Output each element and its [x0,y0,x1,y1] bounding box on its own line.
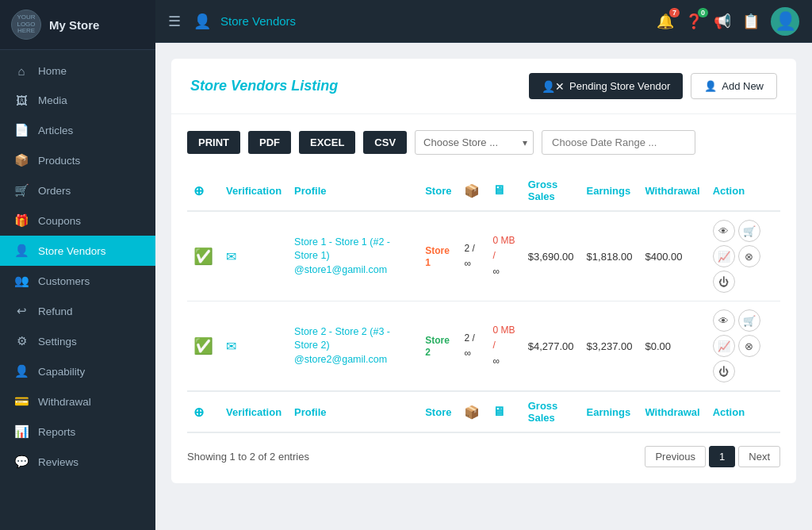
reports-icon: 📊 [14,424,29,439]
verified-icon: ✅ [193,248,213,265]
sidebar-item-articles-label: Articles [38,125,73,136]
sidebar-item-refund[interactable]: ↩ Refund [0,296,155,326]
sidebar-item-products[interactable]: 📦 Products [0,145,155,175]
list-button[interactable]: 📋 [742,13,760,30]
sidebar-item-store-vendors-label: Store Vendors [38,245,106,257]
megaphone-button[interactable]: 📢 [714,13,731,30]
row1-withdrawal: $400.00 [638,211,706,301]
menu-icon[interactable]: ☰ [168,13,181,30]
main-content: Store Vendors Listing 👤✕ Pending Store V… [155,43,812,530]
row1-gross-sales: $3,690.00 [522,211,580,301]
row1-products: 2 /∞ [458,211,486,301]
user-avatar[interactable]: 👤 [771,7,799,36]
sidebar-item-coupons[interactable]: 🎁 Coupons [0,205,155,236]
row2-earnings: $3,237.00 [580,301,639,392]
sidebar-item-settings[interactable]: ⚙ Settings [0,326,155,356]
notification-badge: 7 [669,8,680,17]
col-profile: Profile [288,171,419,211]
choose-store-select[interactable]: Choose Store ... [415,130,534,155]
store-name: My Store [49,18,99,32]
excel-button[interactable]: EXCEL [299,131,355,154]
footer-col-withdrawal: Withdrawal [638,391,706,432]
row2-power-button[interactable]: ⏻ [713,360,735,382]
select-all-icon[interactable]: ⊕ [193,184,204,198]
row2-storage: 0 MB /∞ [486,301,521,392]
col-products-icon: 📦 [458,171,486,211]
email-icon: ✉ [226,340,236,353]
row2-chart-button[interactable]: 📈 [713,335,735,357]
footer-col-select: ⊕ [187,391,220,432]
help-button[interactable]: ❓ 0 [685,13,703,30]
table-card: PRINT PDF EXCEL CSV Choose Store ... ⊕ [171,114,796,483]
print-button[interactable]: PRINT [187,131,240,154]
settings-icon: ⚙ [14,334,29,348]
showing-text: Showing 1 to 2 of 2 entries [187,451,309,463]
col-storage-icon: 🖥 [486,171,521,211]
row1-power-button[interactable]: ⏻ [713,271,735,293]
capability-icon: 👤 [14,364,29,378]
row1-view-button[interactable]: 👁 [713,220,735,242]
add-new-button[interactable]: 👤 Add New [691,73,777,99]
home-icon: ⌂ [14,64,29,78]
footer-col-verification: Verification [220,391,288,432]
customers-icon: 👥 [14,274,29,288]
sidebar-item-reviews[interactable]: 💬 Reviews [0,447,155,477]
sidebar-item-media[interactable]: 🖼 Media [0,86,155,115]
csv-button[interactable]: CSV [363,131,407,154]
row1-check: ✅ [187,211,220,301]
email-icon: ✉ [226,250,236,263]
sidebar-item-withdrawal[interactable]: 💳 Withdrawal [0,386,155,417]
verified-icon: ✅ [193,337,213,355]
row2-block-button[interactable]: ⊗ [738,335,760,357]
list-icon: 📋 [742,13,760,29]
sidebar-item-orders[interactable]: 🛒 Orders [0,175,155,205]
row2-gross-sales: $4,277.00 [522,301,580,392]
footer-col-gross-sales: GrossSales [522,391,580,432]
date-range-input[interactable] [542,130,695,155]
sidebar-item-orders-label: Orders [38,185,71,197]
sidebar-item-store-vendors[interactable]: 👤 Store Vendors [0,236,155,266]
row2-verification: ✉ [220,301,288,392]
footer-col-products-icon: 📦 [458,391,486,432]
row2-check: ✅ [187,301,220,392]
page-header: Store Vendors Listing 👤✕ Pending Store V… [171,59,796,113]
sidebar-item-home-label: Home [38,65,67,77]
pagination-row: Showing 1 to 2 of 2 entries Previous 1 N… [187,446,780,467]
row1-chart-button[interactable]: 📈 [713,245,735,267]
footer-col-storage-icon: 🖥 [486,391,521,432]
sidebar-item-capability[interactable]: 👤 Capability [0,356,155,386]
topbar-breadcrumb: Store Vendors [220,14,296,28]
main-area: ☰ 👤 Store Vendors 🔔 7 ❓ 0 📢 📋 👤 [155,0,812,530]
row2-profile-link[interactable]: Store 2 - Store 2 (#3 - Store 2) [294,325,412,353]
previous-button[interactable]: Previous [645,446,706,467]
store-select-wrapper: Choose Store ... [415,130,534,155]
sidebar-nav: ⌂ Home 🖼 Media 📄 Articles 📦 Products 🛒 O… [0,50,155,530]
topbar-user-icon: 👤 [193,13,211,30]
sidebar-item-media-label: Media [38,94,67,106]
row2-cart-button[interactable]: 🛒 [738,309,760,332]
products-icon: 📦 [14,153,29,167]
sidebar-item-articles[interactable]: 📄 Articles [0,115,155,145]
next-button[interactable]: Next [738,446,780,467]
row1-block-button[interactable]: ⊗ [738,245,760,267]
sidebar-item-reports[interactable]: 📊 Reports [0,417,155,447]
help-badge: 0 [698,8,708,17]
sidebar-item-customers[interactable]: 👥 Customers [0,266,155,296]
pending-icon: 👤✕ [542,80,565,93]
row1-actions: 👁 🛒 📈 ⊗ ⏻ [707,211,780,301]
page-1-button[interactable]: 1 [709,446,735,467]
row2-email: @store2@gamil.com [294,353,412,367]
table-row: ✅ ✉ Store 1 - Store 1 (#2 - Store 1) @st… [187,211,780,301]
row2-view-button[interactable]: 👁 [713,309,735,332]
row1-cart-button[interactable]: 🛒 [738,220,760,242]
notification-button[interactable]: 🔔 7 [657,13,674,30]
row1-profile-link[interactable]: Store 1 - Store 1 (#2 - Store 1) [294,236,412,263]
pdf-button[interactable]: PDF [248,131,291,154]
vendor-table: ⊕ Verification Profile Store 📦 🖥 GrossSa… [187,171,780,433]
articles-icon: 📄 [14,123,29,137]
pending-store-vendor-button[interactable]: 👤✕ Pending Store Vendor [529,73,683,99]
media-icon: 🖼 [14,94,29,107]
sidebar-item-home[interactable]: ⌂ Home [0,56,155,86]
col-store: Store [419,171,458,211]
sidebar-item-refund-label: Refund [38,305,73,317]
